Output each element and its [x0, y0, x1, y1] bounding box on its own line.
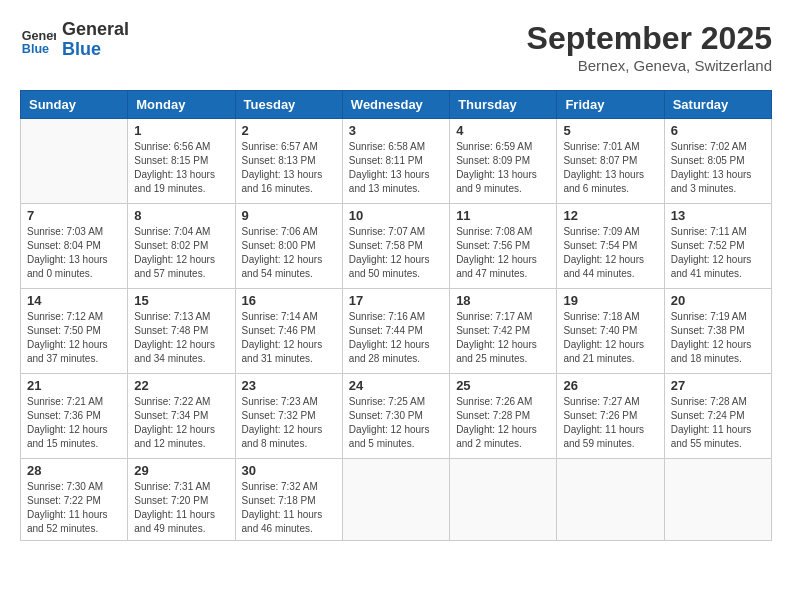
weekday-header-sunday: Sunday: [21, 91, 128, 119]
week-row-4: 21Sunrise: 7:21 AMSunset: 7:36 PMDayligh…: [21, 374, 772, 459]
day-number: 10: [349, 208, 443, 223]
calendar-cell: [450, 459, 557, 541]
day-number: 28: [27, 463, 121, 478]
calendar-cell: 2Sunrise: 6:57 AMSunset: 8:13 PMDaylight…: [235, 119, 342, 204]
day-info: Sunrise: 7:06 AMSunset: 8:00 PMDaylight:…: [242, 225, 336, 281]
calendar-cell: 27Sunrise: 7:28 AMSunset: 7:24 PMDayligh…: [664, 374, 771, 459]
calendar-cell: [21, 119, 128, 204]
calendar-cell: 20Sunrise: 7:19 AMSunset: 7:38 PMDayligh…: [664, 289, 771, 374]
calendar-cell: 12Sunrise: 7:09 AMSunset: 7:54 PMDayligh…: [557, 204, 664, 289]
day-info: Sunrise: 6:57 AMSunset: 8:13 PMDaylight:…: [242, 140, 336, 196]
day-info: Sunrise: 7:04 AMSunset: 8:02 PMDaylight:…: [134, 225, 228, 281]
day-info: Sunrise: 7:07 AMSunset: 7:58 PMDaylight:…: [349, 225, 443, 281]
day-number: 12: [563, 208, 657, 223]
day-info: Sunrise: 7:28 AMSunset: 7:24 PMDaylight:…: [671, 395, 765, 451]
day-info: Sunrise: 7:09 AMSunset: 7:54 PMDaylight:…: [563, 225, 657, 281]
weekday-header-saturday: Saturday: [664, 91, 771, 119]
calendar-cell: [342, 459, 449, 541]
day-info: Sunrise: 7:11 AMSunset: 7:52 PMDaylight:…: [671, 225, 765, 281]
day-number: 13: [671, 208, 765, 223]
day-info: Sunrise: 7:08 AMSunset: 7:56 PMDaylight:…: [456, 225, 550, 281]
day-number: 26: [563, 378, 657, 393]
calendar-cell: 7Sunrise: 7:03 AMSunset: 8:04 PMDaylight…: [21, 204, 128, 289]
calendar-cell: 3Sunrise: 6:58 AMSunset: 8:11 PMDaylight…: [342, 119, 449, 204]
calendar-cell: 16Sunrise: 7:14 AMSunset: 7:46 PMDayligh…: [235, 289, 342, 374]
logo-text: GeneralBlue: [62, 20, 129, 60]
calendar-cell: 18Sunrise: 7:17 AMSunset: 7:42 PMDayligh…: [450, 289, 557, 374]
day-info: Sunrise: 7:22 AMSunset: 7:34 PMDaylight:…: [134, 395, 228, 451]
page-header: General Blue GeneralBlue September 2025 …: [20, 20, 772, 74]
week-row-2: 7Sunrise: 7:03 AMSunset: 8:04 PMDaylight…: [21, 204, 772, 289]
calendar-cell: [557, 459, 664, 541]
day-number: 19: [563, 293, 657, 308]
day-number: 4: [456, 123, 550, 138]
calendar-cell: 26Sunrise: 7:27 AMSunset: 7:26 PMDayligh…: [557, 374, 664, 459]
svg-text:Blue: Blue: [22, 41, 49, 55]
day-number: 1: [134, 123, 228, 138]
week-row-5: 28Sunrise: 7:30 AMSunset: 7:22 PMDayligh…: [21, 459, 772, 541]
day-info: Sunrise: 7:12 AMSunset: 7:50 PMDaylight:…: [27, 310, 121, 366]
calendar-cell: 25Sunrise: 7:26 AMSunset: 7:28 PMDayligh…: [450, 374, 557, 459]
calendar-cell: 8Sunrise: 7:04 AMSunset: 8:02 PMDaylight…: [128, 204, 235, 289]
day-info: Sunrise: 7:19 AMSunset: 7:38 PMDaylight:…: [671, 310, 765, 366]
calendar-cell: 22Sunrise: 7:22 AMSunset: 7:34 PMDayligh…: [128, 374, 235, 459]
day-number: 20: [671, 293, 765, 308]
calendar-cell: 19Sunrise: 7:18 AMSunset: 7:40 PMDayligh…: [557, 289, 664, 374]
day-info: Sunrise: 7:18 AMSunset: 7:40 PMDaylight:…: [563, 310, 657, 366]
day-number: 5: [563, 123, 657, 138]
calendar-cell: 6Sunrise: 7:02 AMSunset: 8:05 PMDaylight…: [664, 119, 771, 204]
day-number: 24: [349, 378, 443, 393]
weekday-header-thursday: Thursday: [450, 91, 557, 119]
week-row-1: 1Sunrise: 6:56 AMSunset: 8:15 PMDaylight…: [21, 119, 772, 204]
calendar-cell: 15Sunrise: 7:13 AMSunset: 7:48 PMDayligh…: [128, 289, 235, 374]
calendar-cell: 28Sunrise: 7:30 AMSunset: 7:22 PMDayligh…: [21, 459, 128, 541]
day-number: 11: [456, 208, 550, 223]
calendar-cell: 21Sunrise: 7:21 AMSunset: 7:36 PMDayligh…: [21, 374, 128, 459]
day-number: 29: [134, 463, 228, 478]
day-info: Sunrise: 7:17 AMSunset: 7:42 PMDaylight:…: [456, 310, 550, 366]
day-number: 6: [671, 123, 765, 138]
day-number: 3: [349, 123, 443, 138]
calendar-cell: 23Sunrise: 7:23 AMSunset: 7:32 PMDayligh…: [235, 374, 342, 459]
day-info: Sunrise: 7:27 AMSunset: 7:26 PMDaylight:…: [563, 395, 657, 451]
day-number: 30: [242, 463, 336, 478]
day-number: 17: [349, 293, 443, 308]
weekday-header-row: SundayMondayTuesdayWednesdayThursdayFrid…: [21, 91, 772, 119]
calendar-cell: 14Sunrise: 7:12 AMSunset: 7:50 PMDayligh…: [21, 289, 128, 374]
day-number: 22: [134, 378, 228, 393]
calendar-cell: 24Sunrise: 7:25 AMSunset: 7:30 PMDayligh…: [342, 374, 449, 459]
calendar-cell: 29Sunrise: 7:31 AMSunset: 7:20 PMDayligh…: [128, 459, 235, 541]
day-info: Sunrise: 7:02 AMSunset: 8:05 PMDaylight:…: [671, 140, 765, 196]
calendar-cell: 10Sunrise: 7:07 AMSunset: 7:58 PMDayligh…: [342, 204, 449, 289]
calendar-cell: 1Sunrise: 6:56 AMSunset: 8:15 PMDaylight…: [128, 119, 235, 204]
day-number: 27: [671, 378, 765, 393]
day-info: Sunrise: 7:31 AMSunset: 7:20 PMDaylight:…: [134, 480, 228, 536]
day-number: 25: [456, 378, 550, 393]
title-block: September 2025 Bernex, Geneva, Switzerla…: [527, 20, 772, 74]
week-row-3: 14Sunrise: 7:12 AMSunset: 7:50 PMDayligh…: [21, 289, 772, 374]
day-info: Sunrise: 7:03 AMSunset: 8:04 PMDaylight:…: [27, 225, 121, 281]
weekday-header-monday: Monday: [128, 91, 235, 119]
day-info: Sunrise: 6:58 AMSunset: 8:11 PMDaylight:…: [349, 140, 443, 196]
weekday-header-wednesday: Wednesday: [342, 91, 449, 119]
day-number: 16: [242, 293, 336, 308]
day-info: Sunrise: 6:56 AMSunset: 8:15 PMDaylight:…: [134, 140, 228, 196]
logo: General Blue GeneralBlue: [20, 20, 129, 60]
day-info: Sunrise: 7:32 AMSunset: 7:18 PMDaylight:…: [242, 480, 336, 536]
day-number: 2: [242, 123, 336, 138]
day-info: Sunrise: 6:59 AMSunset: 8:09 PMDaylight:…: [456, 140, 550, 196]
day-number: 23: [242, 378, 336, 393]
day-number: 7: [27, 208, 121, 223]
day-info: Sunrise: 7:14 AMSunset: 7:46 PMDaylight:…: [242, 310, 336, 366]
day-info: Sunrise: 7:26 AMSunset: 7:28 PMDaylight:…: [456, 395, 550, 451]
day-info: Sunrise: 7:25 AMSunset: 7:30 PMDaylight:…: [349, 395, 443, 451]
calendar-cell: 5Sunrise: 7:01 AMSunset: 8:07 PMDaylight…: [557, 119, 664, 204]
calendar-cell: 4Sunrise: 6:59 AMSunset: 8:09 PMDaylight…: [450, 119, 557, 204]
calendar-cell: 30Sunrise: 7:32 AMSunset: 7:18 PMDayligh…: [235, 459, 342, 541]
calendar-cell: 17Sunrise: 7:16 AMSunset: 7:44 PMDayligh…: [342, 289, 449, 374]
month-year: September 2025: [527, 20, 772, 57]
day-number: 8: [134, 208, 228, 223]
day-info: Sunrise: 7:13 AMSunset: 7:48 PMDaylight:…: [134, 310, 228, 366]
day-info: Sunrise: 7:01 AMSunset: 8:07 PMDaylight:…: [563, 140, 657, 196]
day-number: 18: [456, 293, 550, 308]
